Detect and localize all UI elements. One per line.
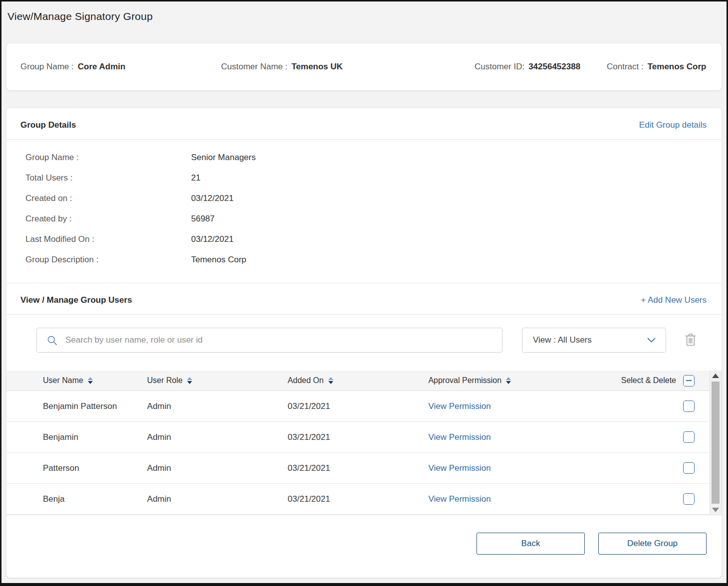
view-permission-link[interactable]: View Permission bbox=[428, 463, 490, 473]
view-filter-dropdown[interactable]: View : All Users bbox=[522, 328, 666, 353]
field-label: Total Users : bbox=[25, 173, 191, 183]
group-details-fields: Group Name : Senior Managers Total Users… bbox=[6, 140, 722, 280]
summary-customer-name: Customer Name :Temenos UK bbox=[221, 62, 475, 72]
added-on-cell: 03/21/2021 bbox=[288, 494, 429, 504]
table-header-row: User Name User Role Added On Approval Pe… bbox=[6, 371, 710, 391]
group-users-header: View / Manage Group Users + Add New User… bbox=[6, 283, 722, 315]
added-on-cell: 03/21/2021 bbox=[288, 432, 429, 442]
sort-arrows-icon bbox=[328, 377, 333, 384]
field-group-name: Group Name : Senior Managers bbox=[25, 153, 708, 163]
field-label: Last Modified On : bbox=[25, 234, 191, 244]
sort-arrows-icon bbox=[506, 377, 511, 384]
user-role-cell: Admin bbox=[147, 401, 288, 411]
group-details-card: Group Details Edit Group details Group N… bbox=[6, 108, 722, 578]
summary-customer-name-value: Temenos UK bbox=[291, 62, 343, 71]
users-table: User Name User Role Added On Approval Pe… bbox=[6, 371, 722, 515]
group-details-header: Group Details Edit Group details bbox=[6, 108, 722, 140]
user-name-cell: Benjamin bbox=[6, 432, 147, 442]
user-role-cell: Admin bbox=[147, 494, 288, 504]
sort-arrows-icon bbox=[88, 377, 93, 384]
summary-contract: Contract :Temenos Corp bbox=[607, 62, 708, 72]
chevron-down-icon bbox=[647, 338, 656, 343]
delete-group-button[interactable]: Delete Group bbox=[598, 533, 707, 555]
added-on-cell: 03/21/2021 bbox=[288, 463, 429, 473]
column-header-user-name[interactable]: User Name bbox=[6, 376, 147, 385]
field-label: Created by : bbox=[25, 214, 191, 224]
sort-arrows-icon bbox=[187, 377, 192, 384]
row-checkbox[interactable] bbox=[683, 431, 695, 443]
column-label: Approval Permission bbox=[428, 376, 501, 385]
user-role-cell: Admin bbox=[147, 432, 288, 442]
column-label: User Role bbox=[147, 376, 183, 385]
table-row: Benjamin Patterson Admin 03/21/2021 View… bbox=[6, 391, 710, 422]
search-icon bbox=[46, 335, 58, 346]
table-row: Patterson Admin 03/21/2021 View Permissi… bbox=[6, 453, 710, 484]
users-table-main: User Name User Role Added On Approval Pe… bbox=[6, 371, 710, 515]
column-header-select-delete: Select & Delete bbox=[580, 375, 710, 387]
select-all-checkbox[interactable] bbox=[683, 375, 695, 387]
field-value: 03/12/2021 bbox=[191, 234, 234, 244]
group-summary-card: Group Name :Core Admin Customer Name :Te… bbox=[6, 43, 722, 90]
view-permission-link[interactable]: View Permission bbox=[428, 401, 490, 411]
title-bar: View/Manage Signatory Group bbox=[1, 1, 727, 43]
summary-customer-name-label: Customer Name : bbox=[221, 62, 287, 71]
view-filter-value: View : All Users bbox=[533, 335, 592, 345]
user-search bbox=[36, 328, 502, 353]
user-name-cell: Patterson bbox=[6, 463, 147, 473]
arrow-up-icon[interactable] bbox=[712, 374, 719, 378]
column-header-added-on[interactable]: Added On bbox=[288, 376, 429, 385]
delete-selected-users-button[interactable] bbox=[683, 331, 699, 350]
app-window: View/Manage Signatory Group Group Name :… bbox=[0, 0, 728, 586]
edit-group-details-link[interactable]: Edit Group details bbox=[639, 120, 707, 130]
user-role-cell: Admin bbox=[147, 463, 288, 473]
field-value: 21 bbox=[191, 173, 201, 183]
field-group-description: Group Description : Temenos Corp bbox=[25, 255, 708, 265]
column-label: Added On bbox=[288, 376, 324, 385]
group-details-title: Group Details bbox=[20, 120, 76, 130]
field-label: Group Description : bbox=[25, 255, 191, 265]
field-created-on: Created on : 03/12/2021 bbox=[25, 194, 708, 203]
back-button[interactable]: Back bbox=[477, 533, 585, 555]
users-toolbar: View : All Users bbox=[6, 315, 722, 371]
column-label: Select & Delete bbox=[621, 376, 676, 385]
user-name-cell: Benja bbox=[6, 494, 147, 504]
view-permission-link[interactable]: View Permission bbox=[428, 432, 490, 442]
arrow-down-icon[interactable] bbox=[712, 508, 719, 512]
column-label: User Name bbox=[43, 376, 83, 385]
view-permission-link[interactable]: View Permission bbox=[428, 494, 490, 504]
summary-group-name-label: Group Name : bbox=[20, 62, 74, 71]
summary-customer-id-label: Customer ID: bbox=[475, 62, 524, 71]
summary-customer-id: Customer ID:34256452388 bbox=[475, 62, 607, 72]
field-label: Created on : bbox=[25, 194, 191, 203]
summary-customer-id-value: 34256452388 bbox=[528, 62, 580, 71]
summary-contract-value: Temenos Corp bbox=[648, 62, 707, 71]
column-header-user-role[interactable]: User Role bbox=[147, 376, 288, 385]
field-label: Group Name : bbox=[25, 153, 191, 163]
card-footer: Back Delete Group bbox=[6, 515, 722, 575]
add-new-users-link[interactable]: + Add New Users bbox=[641, 295, 707, 305]
group-users-title: View / Manage Group Users bbox=[20, 295, 132, 305]
summary-group-name-value: Core Admin bbox=[78, 62, 126, 71]
table-scrollbar[interactable] bbox=[710, 371, 722, 515]
search-input[interactable] bbox=[36, 328, 502, 353]
field-total-users: Total Users : 21 bbox=[25, 173, 708, 183]
field-value: 03/12/2021 bbox=[191, 194, 234, 203]
scrollbar-thumb[interactable] bbox=[712, 382, 720, 504]
field-created-by: Created by : 56987 bbox=[25, 214, 708, 224]
trash-icon bbox=[684, 332, 698, 347]
added-on-cell: 03/21/2021 bbox=[288, 401, 429, 411]
summary-group-name: Group Name :Core Admin bbox=[20, 62, 221, 72]
row-checkbox[interactable] bbox=[683, 462, 695, 474]
user-name-cell: Benjamin Patterson bbox=[6, 401, 147, 411]
column-header-approval-permission[interactable]: Approval Permission bbox=[428, 376, 580, 385]
row-checkbox[interactable] bbox=[683, 400, 695, 412]
row-checkbox[interactable] bbox=[683, 493, 695, 505]
field-value: Temenos Corp bbox=[191, 255, 246, 265]
field-last-modified-on: Last Modified On : 03/12/2021 bbox=[25, 234, 708, 244]
page-title: View/Manage Signatory Group bbox=[7, 10, 721, 22]
field-value: 56987 bbox=[191, 214, 215, 224]
summary-contract-label: Contract : bbox=[607, 62, 644, 71]
table-row: Benjamin Admin 03/21/2021 View Permissio… bbox=[6, 422, 710, 453]
table-row: Benja Admin 03/21/2021 View Permission bbox=[6, 484, 710, 515]
field-value: Senior Managers bbox=[191, 153, 255, 163]
